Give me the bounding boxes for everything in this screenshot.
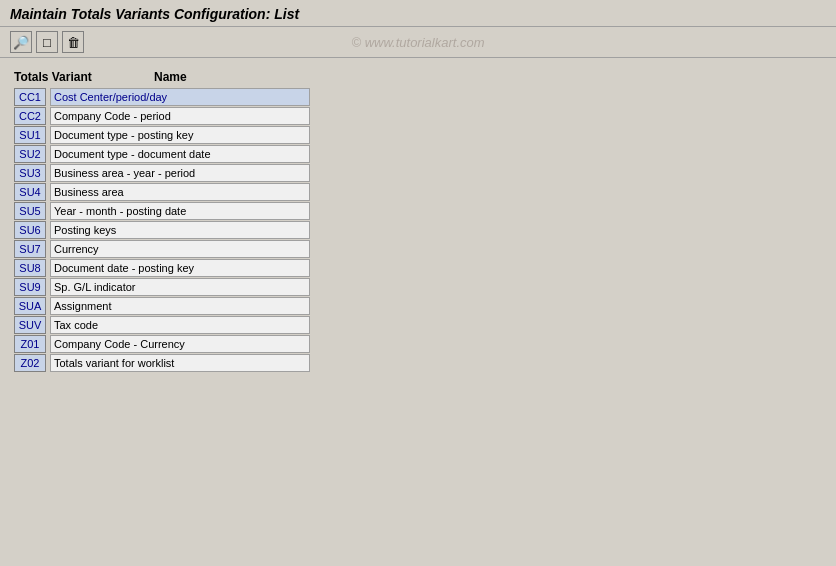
variant-code[interactable]: Z02 (14, 354, 46, 372)
name-field: Posting keys (50, 221, 310, 239)
table-row: SU9Sp. G/L indicator (14, 278, 822, 296)
column-header-variant: Totals Variant (14, 70, 154, 84)
title-bar: Maintain Totals Variants Configuration: … (0, 0, 836, 27)
variant-code[interactable]: SU6 (14, 221, 46, 239)
search-button[interactable]: 🔎 (10, 31, 32, 53)
table-row: SU7Currency (14, 240, 822, 258)
content-area: Totals Variant Name CC1Cost Center/perio… (0, 58, 836, 383)
toolbar: 🔎 □ 🗑 © www.tutorialkart.com (0, 27, 836, 58)
table-row: SU6Posting keys (14, 221, 822, 239)
table-row: SU1Document type - posting key (14, 126, 822, 144)
variant-code[interactable]: SU9 (14, 278, 46, 296)
table-row: SUAAssignment (14, 297, 822, 315)
table-row: SUVTax code (14, 316, 822, 334)
table-header: Totals Variant Name (14, 68, 822, 88)
table-row: SU4Business area (14, 183, 822, 201)
watermark: © www.tutorialkart.com (351, 35, 484, 50)
variant-code[interactable]: CC1 (14, 88, 46, 106)
table-row: SU5Year - month - posting date (14, 202, 822, 220)
variant-code[interactable]: Z01 (14, 335, 46, 353)
name-field: Sp. G/L indicator (50, 278, 310, 296)
variant-code[interactable]: SUA (14, 297, 46, 315)
display-button[interactable]: □ (36, 31, 58, 53)
name-field: Assignment (50, 297, 310, 315)
name-field: Document type - document date (50, 145, 310, 163)
name-field: Company Code - period (50, 107, 310, 125)
variant-code[interactable]: SU7 (14, 240, 46, 258)
table-row: CC2Company Code - period (14, 107, 822, 125)
name-field: Currency (50, 240, 310, 258)
variant-code[interactable]: SUV (14, 316, 46, 334)
name-field: Cost Center/period/day (50, 88, 310, 106)
name-field: Business area (50, 183, 310, 201)
name-field: Tax code (50, 316, 310, 334)
name-field: Totals variant for worklist (50, 354, 310, 372)
name-field: Company Code - Currency (50, 335, 310, 353)
variant-code[interactable]: SU4 (14, 183, 46, 201)
rows-container: CC1Cost Center/period/dayCC2Company Code… (14, 88, 822, 372)
variant-code[interactable]: SU5 (14, 202, 46, 220)
name-field: Year - month - posting date (50, 202, 310, 220)
variant-code[interactable]: SU1 (14, 126, 46, 144)
table-row: SU2Document type - document date (14, 145, 822, 163)
variant-code[interactable]: SU8 (14, 259, 46, 277)
page-title: Maintain Totals Variants Configuration: … (10, 6, 826, 22)
name-field: Business area - year - period (50, 164, 310, 182)
table-row: Z02Totals variant for worklist (14, 354, 822, 372)
delete-button[interactable]: 🗑 (62, 31, 84, 53)
name-field: Document type - posting key (50, 126, 310, 144)
table-row: CC1Cost Center/period/day (14, 88, 822, 106)
variant-code[interactable]: CC2 (14, 107, 46, 125)
table-row: Z01Company Code - Currency (14, 335, 822, 353)
table-row: SU3Business area - year - period (14, 164, 822, 182)
name-field: Document date - posting key (50, 259, 310, 277)
variant-code[interactable]: SU3 (14, 164, 46, 182)
variant-code[interactable]: SU2 (14, 145, 46, 163)
table-row: SU8Document date - posting key (14, 259, 822, 277)
column-header-name: Name (154, 70, 822, 84)
